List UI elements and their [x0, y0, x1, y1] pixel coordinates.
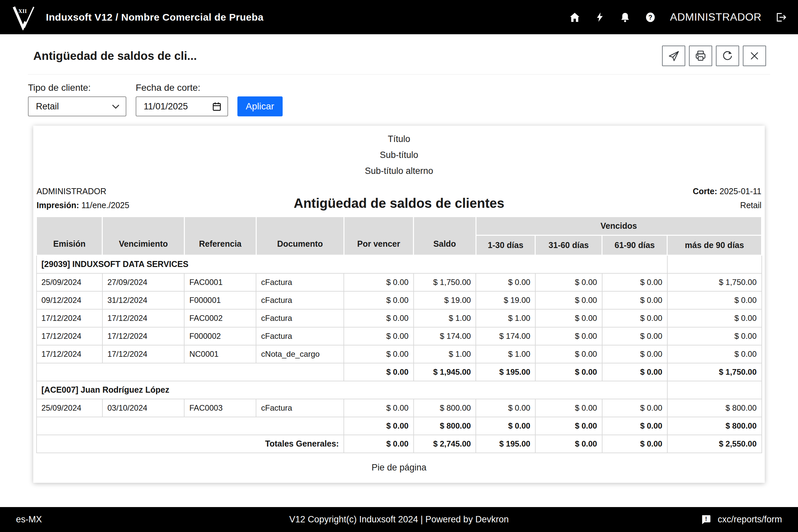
cell-dias-1-30: $ 19.00 [476, 291, 535, 309]
total-saldo: $ 2,745.00 [414, 435, 476, 453]
cell-documento: cFactura [256, 399, 344, 417]
print-icon [695, 50, 706, 62]
subtotal-dias-1-30: $ 195.00 [476, 363, 535, 381]
client-type-label: Tipo de cliente: [28, 82, 126, 93]
refresh-button[interactable] [716, 45, 739, 66]
cell-documento: cFactura [256, 291, 344, 309]
cell-referencia: FAC0001 [184, 273, 256, 291]
close-icon [749, 50, 760, 61]
cell-emision: 25/09/2024 [37, 273, 102, 291]
cell-por-vencer: $ 0.00 [344, 399, 413, 417]
cell-por-vencer: $ 0.00 [344, 291, 413, 309]
total-por-vencer: $ 0.00 [344, 435, 413, 453]
cell-vencimiento: 17/12/2024 [102, 327, 184, 345]
induxsoft-logo-icon[interactable]: XII [11, 4, 37, 30]
col-header-por-vencer: Por vencer [344, 217, 413, 255]
send-button[interactable] [662, 45, 685, 66]
report-client-type: Retail [608, 198, 761, 212]
cell-dias-90-plus: $ 0.00 [667, 309, 762, 327]
cell-dias-31-60: $ 0.00 [535, 327, 602, 345]
col-header-90-plus: más de 90 días [667, 235, 762, 255]
cell-referencia: F000001 [184, 291, 256, 309]
report-table-body: [29039] INDUXSOFT DATA SERVICES25/09/202… [37, 255, 762, 453]
bolt-icon[interactable] [594, 12, 606, 23]
cell-vencimiento: 31/12/2024 [102, 291, 184, 309]
subtotal-dias-31-60: $ 0.00 [535, 363, 602, 381]
client-type-select[interactable]: Retail [28, 96, 126, 116]
grand-total-label: Totales Generales: [37, 435, 344, 453]
cell-por-vencer: $ 0.00 [344, 273, 413, 291]
cell-emision: 09/12/2024 [37, 291, 102, 309]
group-header-row: [29039] INDUXSOFT DATA SERVICES [37, 255, 762, 273]
user-menu[interactable]: ADMINISTRADOR [670, 11, 761, 23]
cell-dias-1-30: $ 0.00 [476, 399, 535, 417]
total-dias-31-60: $ 0.00 [535, 435, 602, 453]
route-label: cxc/reports/form [718, 514, 782, 525]
report-print-date: Impresión: 11/ene./2025 [37, 198, 190, 212]
cell-referencia: FAC0002 [184, 309, 256, 327]
report-subtitle-line: Sub-título [36, 147, 762, 163]
cutoff-date-input[interactable]: 11/01/2025 [136, 96, 228, 116]
report-footer: Pie de página [36, 453, 762, 483]
cell-dias-31-60: $ 0.00 [535, 273, 602, 291]
group-tail-cell [667, 255, 762, 273]
cell-dias-90-plus: $ 0.00 [667, 291, 762, 309]
report-cutoff: Corte: 2025-01-11 [608, 184, 761, 198]
cell-saldo: $ 19.00 [414, 291, 476, 309]
cell-dias-90-plus: $ 1,750.00 [667, 273, 762, 291]
col-header-documento: Documento [256, 217, 344, 255]
cell-dias-90-plus: $ 0.00 [667, 327, 762, 345]
col-header-saldo: Saldo [414, 217, 476, 255]
cell-vencimiento: 27/09/2024 [102, 273, 184, 291]
report-title-line: Título [36, 131, 762, 147]
apply-button[interactable]: Aplicar [238, 96, 283, 116]
cell-dias-1-30: $ 174.00 [476, 327, 535, 345]
subtotal-por-vencer: $ 0.00 [344, 417, 413, 435]
feedback-icon[interactable]: ! [700, 514, 711, 525]
cell-dias-1-30: $ 1.00 [476, 309, 535, 327]
total-dias-61-90: $ 0.00 [602, 435, 667, 453]
col-header-61-90: 61-90 días [602, 235, 667, 255]
total-dias-1-30: $ 195.00 [476, 435, 535, 453]
status-bar: es-MX V12 Copyright(c) Induxsoft 2024 | … [0, 507, 798, 532]
col-header-emision: Emisión [37, 217, 102, 255]
subtotal-por-vencer: $ 0.00 [344, 363, 413, 381]
cell-por-vencer: $ 0.00 [344, 327, 413, 345]
cell-referencia: F000002 [184, 327, 256, 345]
subtotal-dias-90-plus: $ 800.00 [667, 417, 762, 435]
cell-documento: cNota_de_cargo [256, 345, 344, 363]
cell-referencia: NC0001 [184, 345, 256, 363]
svg-text:XII: XII [18, 8, 26, 14]
cell-saldo: $ 1.00 [414, 309, 476, 327]
group-name: [ACE007] Juan Rodríguez López [37, 381, 667, 399]
copyright-text: V12 Copyright(c) Induxsoft 2024 | Powere… [0, 514, 798, 525]
cell-saldo: $ 1.00 [414, 345, 476, 363]
logout-icon[interactable] [775, 12, 787, 23]
cell-documento: cFactura [256, 273, 344, 291]
subtotal-dias-90-plus: $ 1,750.00 [667, 363, 762, 381]
cutoff-date-value: 11/01/2025 [144, 101, 188, 112]
chevron-down-icon [112, 104, 120, 109]
cell-emision: 17/12/2024 [37, 345, 102, 363]
table-row: 17/12/202417/12/2024FAC0002cFactura$ 0.0… [37, 309, 762, 327]
col-header-vencimiento: Vencimiento [102, 217, 184, 255]
group-tail-cell [667, 381, 762, 399]
bell-icon[interactable] [620, 12, 631, 23]
cutoff-date-label: Fecha de corte: [136, 82, 228, 93]
cell-dias-61-90: $ 0.00 [602, 399, 667, 417]
subtotal-dias-1-30: $ 0.00 [476, 417, 535, 435]
help-icon[interactable]: ? [645, 12, 656, 23]
send-icon [668, 50, 680, 62]
print-button[interactable] [689, 45, 712, 66]
cell-dias-31-60: $ 0.00 [535, 399, 602, 417]
cell-emision: 25/09/2024 [37, 399, 102, 417]
report-alt-subtitle-line: Sub-título alterno [36, 163, 762, 179]
subtotal-dias-31-60: $ 0.00 [535, 417, 602, 435]
close-button[interactable] [743, 45, 766, 66]
home-icon[interactable] [569, 12, 580, 23]
cell-saldo: $ 1,750.00 [414, 273, 476, 291]
subtotal-blank-cell [37, 417, 344, 435]
cell-dias-61-90: $ 0.00 [602, 273, 667, 291]
cell-dias-31-60: $ 0.00 [535, 345, 602, 363]
page-title: Antigüedad de saldos de cli... [33, 49, 197, 62]
